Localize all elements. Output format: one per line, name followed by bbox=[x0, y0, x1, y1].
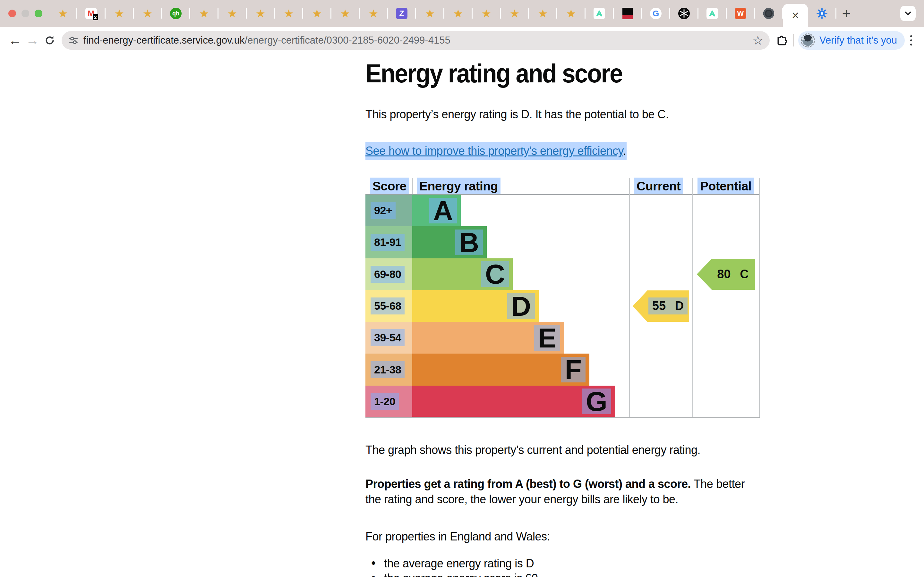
pinned-tab-gold-sparkle[interactable]: ★ bbox=[416, 0, 444, 27]
plus-icon: + bbox=[842, 5, 851, 22]
address-bar[interactable]: find-energy-certificate.service.gov.uk/e… bbox=[61, 31, 770, 50]
epc-score-range: 81-91 bbox=[371, 234, 405, 251]
pinned-tab-gold-sparkle[interactable]: ★ bbox=[331, 0, 359, 27]
bookmark-star-icon[interactable]: ☆ bbox=[752, 33, 763, 47]
close-window-button[interactable] bbox=[8, 10, 16, 17]
epc-band-row-b: 81-91B bbox=[365, 226, 760, 258]
active-tab[interactable]: × bbox=[783, 4, 808, 27]
pinned-tab-gmail[interactable]: M2 bbox=[77, 0, 105, 27]
url-text[interactable]: find-energy-certificate.service.gov.uk/e… bbox=[83, 35, 451, 46]
epc-score-range: 21-38 bbox=[371, 361, 405, 378]
epc-rating-bar: D bbox=[412, 290, 539, 322]
pinned-tab-gold-sparkle[interactable]: ★ bbox=[303, 0, 331, 27]
graph-caption: The graph shows this property’s current … bbox=[365, 442, 761, 458]
home-teal-favicon bbox=[594, 8, 605, 19]
pinned-tab-gold-sparkle[interactable]: ★ bbox=[218, 0, 246, 27]
close-tab-icon[interactable]: × bbox=[792, 9, 799, 23]
epc-score-cell: 21-38 bbox=[365, 354, 412, 385]
pinned-tab-gold-sparkle[interactable]: ★ bbox=[246, 0, 275, 27]
pinned-tab-settings[interactable] bbox=[808, 0, 836, 27]
avatar bbox=[801, 33, 815, 47]
pinned-tab-chrome[interactable] bbox=[754, 0, 783, 27]
tab-strip: ★M2★★qb★★★★★★★Z★★★★★★GW × + bbox=[0, 0, 924, 27]
pinned-tab-gold-sparkle[interactable]: ★ bbox=[105, 0, 134, 27]
pinned-tab-gold-sparkle[interactable]: ★ bbox=[444, 0, 472, 27]
list-item: •the average energy rating is D bbox=[365, 556, 761, 571]
epc-band-letter: B bbox=[455, 229, 483, 255]
pinned-tab-gold-sparkle[interactable]: ★ bbox=[529, 0, 557, 27]
profile-label: Verify that it's you bbox=[819, 35, 897, 46]
pinned-tab-google[interactable]: G bbox=[642, 0, 670, 27]
black-red-favicon bbox=[622, 8, 633, 19]
epc-band-letter: D bbox=[507, 293, 535, 319]
wales-intro: For properties in England and Wales: bbox=[365, 529, 761, 544]
bullet-icon: • bbox=[371, 570, 376, 577]
quickbooks-favicon: qb bbox=[170, 8, 182, 19]
reload-button[interactable] bbox=[41, 32, 58, 49]
browser-menu-button[interactable] bbox=[905, 32, 918, 49]
gold-sparkle-favicon: ★ bbox=[566, 8, 576, 19]
epc-score-range: 1-20 bbox=[371, 393, 399, 410]
pinned-tab-gold-sparkle[interactable]: ★ bbox=[275, 0, 303, 27]
epc-rating-bar: B bbox=[412, 226, 487, 258]
epc-band-letter: F bbox=[561, 357, 586, 382]
epc-score-cell: 39-54 bbox=[365, 322, 412, 354]
minimize-window-button[interactable] bbox=[21, 10, 29, 17]
pinned-tab-chatgpt[interactable] bbox=[670, 0, 698, 27]
reload-icon bbox=[44, 35, 55, 46]
pinned-tab-home-teal[interactable] bbox=[698, 0, 726, 27]
pinned-tab-gold-sparkle[interactable]: ★ bbox=[49, 0, 77, 27]
extensions-puzzle-icon[interactable] bbox=[775, 34, 788, 47]
improve-efficiency-link[interactable]: See how to improve this property’s energ… bbox=[365, 144, 623, 157]
gold-sparkle-favicon: ★ bbox=[312, 8, 322, 19]
epc-band-letter: C bbox=[481, 261, 509, 287]
epc-band-letter: A bbox=[429, 198, 457, 223]
new-tab-button[interactable]: + bbox=[836, 0, 857, 27]
epc-header-divider bbox=[412, 178, 413, 195]
gold-sparkle-favicon: ★ bbox=[143, 8, 152, 19]
link-period: . bbox=[623, 144, 626, 157]
epc-band-letter: G bbox=[582, 388, 611, 414]
gold-sparkle-favicon: ★ bbox=[284, 8, 294, 19]
pinned-tab-gold-sparkle[interactable]: ★ bbox=[134, 0, 162, 27]
pinned-tab-gold-sparkle[interactable]: ★ bbox=[359, 0, 388, 27]
epc-header-row: Score Energy rating Current Potential bbox=[365, 178, 760, 195]
pinned-tab-zotero[interactable]: Z bbox=[388, 0, 416, 27]
lead-paragraph: Properties get a rating from A (best) to… bbox=[365, 476, 761, 507]
pinned-tab-black-red[interactable] bbox=[614, 0, 642, 27]
web-page: Energy rating and score This property’s … bbox=[0, 54, 924, 577]
pinned-tab-gold-sparkle[interactable]: ★ bbox=[501, 0, 529, 27]
google-favicon: G bbox=[650, 8, 662, 19]
profile-verify-button[interactable]: Verify that it's you bbox=[798, 31, 905, 50]
epc-header-potential: Potential bbox=[693, 179, 760, 193]
pinned-tab-gold-sparkle[interactable]: ★ bbox=[557, 0, 585, 27]
zoom-window-button[interactable] bbox=[35, 10, 42, 17]
pinned-tab-gold-sparkle[interactable]: ★ bbox=[472, 0, 501, 27]
chevron-down-icon bbox=[903, 9, 913, 18]
epc-header-current: Current bbox=[630, 179, 693, 193]
epc-band-row-a: 92+A bbox=[365, 195, 760, 226]
gold-sparkle-favicon: ★ bbox=[58, 8, 68, 19]
epc-score-range: 55-68 bbox=[371, 298, 405, 314]
tab-search-button[interactable] bbox=[900, 6, 916, 21]
browser-toolbar: ← → find-energy-certificate.service.gov.… bbox=[0, 27, 924, 54]
epc-rating-bar: G bbox=[412, 386, 615, 417]
gold-sparkle-favicon: ★ bbox=[481, 8, 491, 19]
epc-band-row-d: 55-68D bbox=[365, 290, 760, 322]
forward-button[interactable]: → bbox=[24, 32, 41, 49]
site-settings-icon[interactable] bbox=[68, 35, 79, 46]
pinned-tab-w-orange[interactable]: W bbox=[726, 0, 754, 27]
pinned-tab-gold-sparkle[interactable]: ★ bbox=[190, 0, 218, 27]
back-button[interactable]: ← bbox=[6, 32, 24, 49]
epc-score-cell: 81-91 bbox=[365, 226, 412, 258]
epc-score-range: 39-54 bbox=[371, 329, 405, 346]
epc-band-row-g: 1-20G bbox=[365, 386, 760, 417]
pinned-tab-home-teal[interactable] bbox=[585, 0, 614, 27]
gold-sparkle-favicon: ★ bbox=[256, 8, 265, 19]
window-controls bbox=[8, 10, 42, 17]
gold-sparkle-favicon: ★ bbox=[510, 8, 519, 19]
epc-band-row-f: 21-38F bbox=[365, 354, 760, 385]
pinned-tab-quickbooks[interactable]: qb bbox=[162, 0, 190, 27]
chatgpt-favicon bbox=[678, 8, 690, 19]
bullet-icon: • bbox=[371, 555, 376, 571]
